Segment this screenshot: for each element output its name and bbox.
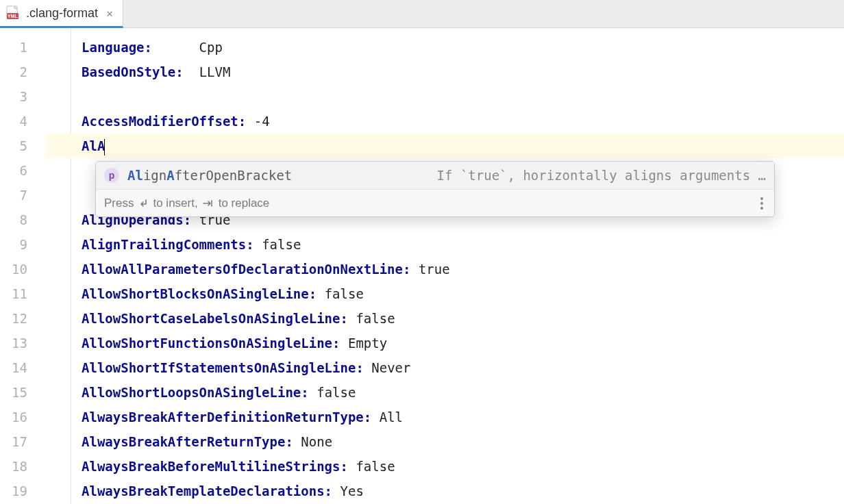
line-number: 11: [0, 281, 45, 306]
line-number: 8: [0, 207, 45, 232]
yaml-file-icon: YML: [5, 5, 21, 21]
footer-text: Press: [104, 197, 134, 210]
code-line[interactable]: AlignTrailingComments: false: [46, 232, 844, 257]
line-number: 13: [0, 331, 45, 355]
code-line[interactable]: AllowAllParametersOfDeclarationOnNextLin…: [46, 257, 844, 281]
text-cursor: [104, 139, 105, 155]
code-area[interactable]: Language: CppBasedOnStyle: LLVMAccessMod…: [46, 28, 844, 504]
code-line[interactable]: AllowShortBlocksOnASingleLine: false: [46, 281, 844, 306]
code-line[interactable]: Language: Cpp: [46, 35, 844, 60]
line-number: 6: [0, 158, 45, 183]
line-number: 12: [0, 306, 45, 331]
code-line[interactable]: AlA: [46, 134, 844, 158]
line-number: 7: [0, 183, 45, 207]
line-number: 19: [0, 479, 45, 503]
code-line[interactable]: AccessModifierOffset: -4: [46, 109, 844, 134]
line-number: 16: [0, 405, 45, 429]
tab-bar: YML .clang-format ✕: [0, 0, 844, 28]
line-number: 5: [0, 134, 45, 158]
code-line[interactable]: AllowShortLoopsOnASingleLine: false: [46, 380, 844, 405]
tab-filename: .clang-format: [26, 6, 98, 21]
code-line[interactable]: BasedOnStyle: LLVM: [46, 60, 844, 84]
code-line[interactable]: AlwaysBreakTemplateDeclarations: Yes: [46, 479, 844, 503]
line-number: 17: [0, 429, 45, 454]
completion-footer: Press to insert, to replace: [96, 189, 774, 216]
line-number: 2: [0, 60, 45, 84]
more-options-icon[interactable]: [758, 194, 766, 212]
line-number: 9: [0, 232, 45, 257]
code-line[interactable]: AllowShortIfStatementsOnASingleLine: Nev…: [46, 355, 844, 380]
line-number: 14: [0, 355, 45, 380]
enter-key-icon: [138, 198, 149, 209]
line-number: 15: [0, 380, 45, 405]
footer-text: to insert,: [153, 197, 197, 210]
line-number: 4: [0, 109, 45, 134]
line-number: 1: [0, 35, 45, 60]
code-line[interactable]: AlwaysBreakAfterDefinitionReturnType: Al…: [46, 405, 844, 429]
editor-area: 12345678910111213141516171819 Language: …: [0, 28, 844, 504]
svg-text:YML: YML: [8, 14, 18, 18]
code-line[interactable]: AllowShortFunctionsOnASingleLine: Empty: [46, 331, 844, 355]
line-number: 10: [0, 257, 45, 281]
completion-item[interactable]: p AlignAfterOpenBracket If `true`, horiz…: [96, 162, 774, 189]
file-tab[interactable]: YML .clang-format ✕: [0, 0, 123, 28]
tab-key-icon: [202, 198, 214, 209]
code-line[interactable]: AlwaysBreakAfterReturnType: None: [46, 429, 844, 454]
property-badge-icon: p: [104, 168, 119, 183]
code-line[interactable]: AlwaysBreakBeforeMultilineStrings: false: [46, 454, 844, 479]
close-tab-icon[interactable]: ✕: [103, 7, 116, 19]
code-line[interactable]: [46, 84, 844, 109]
completion-popup: p AlignAfterOpenBracket If `true`, horiz…: [95, 161, 775, 217]
code-line[interactable]: AllowShortCaseLabelsOnASingleLine: false: [46, 306, 844, 331]
line-number: 3: [0, 84, 45, 109]
completion-text: AlignAfterOpenBracket: [127, 168, 292, 183]
line-number: 18: [0, 454, 45, 479]
completion-doc: If `true`, horizontally aligns arguments…: [437, 168, 766, 183]
footer-text: to replace: [219, 197, 270, 210]
gutter: 12345678910111213141516171819: [0, 28, 46, 504]
